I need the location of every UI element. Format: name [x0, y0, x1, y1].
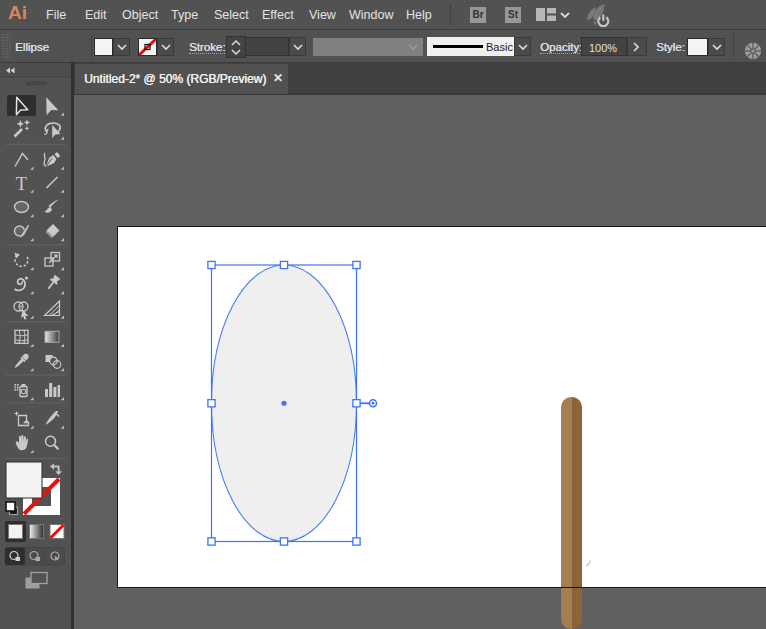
svg-text:T: T — [16, 174, 27, 194]
